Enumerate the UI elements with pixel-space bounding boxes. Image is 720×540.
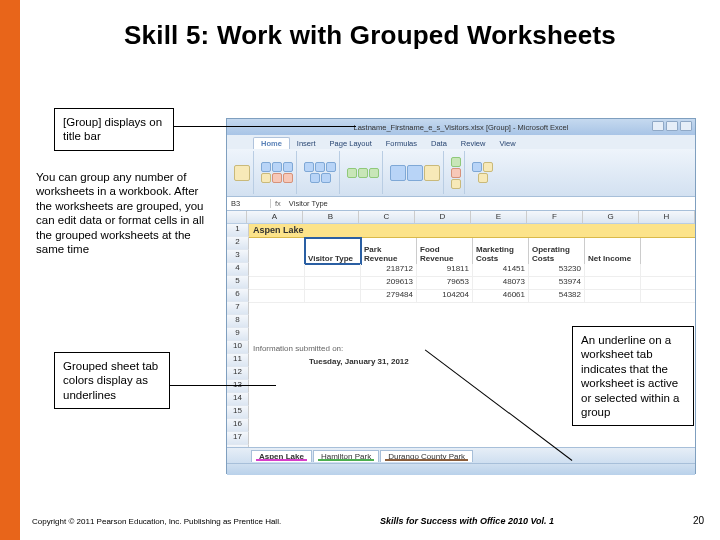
tab-underline-icon: [385, 459, 468, 461]
cell-e7[interactable]: 46061: [473, 290, 529, 302]
cell-b6[interactable]: [305, 277, 361, 289]
cell-f7[interactable]: 54382: [529, 290, 585, 302]
autosum-icon[interactable]: [472, 162, 482, 172]
formula-value[interactable]: Visitor Type: [285, 199, 328, 208]
row-6[interactable]: 6: [227, 289, 249, 302]
row-5[interactable]: 5: [227, 276, 249, 289]
row-3[interactable]: 3: [227, 250, 249, 263]
sheet-tab-hamilton-park[interactable]: Hamilton Park: [313, 450, 379, 462]
wrap-icon[interactable]: [321, 173, 331, 183]
cell-e5[interactable]: 41451: [473, 264, 529, 276]
select-all-corner[interactable]: [227, 211, 247, 223]
cell-c5[interactable]: 218712: [361, 264, 417, 276]
cell-styles-icon[interactable]: [424, 165, 440, 181]
hcell-park-revenue: Park Revenue: [361, 238, 417, 264]
sheet-tab-aspen-lake[interactable]: Aspen Lake: [251, 450, 312, 462]
page-number: 20: [693, 515, 704, 526]
italic-icon[interactable]: [272, 162, 282, 172]
col-d[interactable]: D: [415, 211, 471, 223]
format-cells-icon[interactable]: [451, 179, 461, 189]
ribbon-cells: [448, 151, 465, 194]
name-box[interactable]: B3: [227, 199, 271, 208]
fill-color-icon[interactable]: [272, 173, 282, 183]
col-h[interactable]: H: [639, 211, 695, 223]
row-9[interactable]: 9: [227, 328, 249, 341]
tab-home[interactable]: Home: [253, 137, 290, 149]
col-c[interactable]: C: [359, 211, 415, 223]
align-right-icon[interactable]: [326, 162, 336, 172]
align-center-icon[interactable]: [315, 162, 325, 172]
find-icon[interactable]: [478, 173, 488, 183]
col-b[interactable]: B: [303, 211, 359, 223]
col-g[interactable]: G: [583, 211, 639, 223]
cell-d5[interactable]: 91811: [417, 264, 473, 276]
align-left-icon[interactable]: [304, 162, 314, 172]
row-2[interactable]: 2: [227, 237, 249, 250]
hcell-visitor-type[interactable]: Visitor Type: [305, 238, 361, 264]
format-table-icon[interactable]: [407, 165, 423, 181]
titlebar-text: Lastname_Firstname_e_s_Visitors.xlsx [Gr…: [354, 123, 569, 132]
merge-icon[interactable]: [310, 173, 320, 183]
col-f[interactable]: F: [527, 211, 583, 223]
minimize-button[interactable]: [652, 121, 664, 131]
paste-icon[interactable]: [234, 165, 250, 181]
book-title: Skills for Success with Office 2010 Vol.…: [380, 516, 554, 526]
cell-f5[interactable]: 53230: [529, 264, 585, 276]
sort-filter-icon[interactable]: [483, 162, 493, 172]
col-a[interactable]: A: [247, 211, 303, 223]
callout-group-titlebar: [Group] displays on title bar: [54, 108, 174, 151]
ribbon-tabs: Home Insert Page Layout Formulas Data Re…: [227, 135, 695, 149]
cell-d7[interactable]: 104204: [417, 290, 473, 302]
underline-icon[interactable]: [283, 162, 293, 172]
cell-g5[interactable]: [585, 264, 641, 276]
maximize-button[interactable]: [666, 121, 678, 131]
row-10[interactable]: 10: [227, 341, 249, 354]
row-7[interactable]: 7: [227, 302, 249, 315]
cell-f6[interactable]: 53974: [529, 277, 585, 289]
row-13[interactable]: 13: [227, 380, 249, 393]
formula-bar: B3 fx Visitor Type: [227, 197, 695, 211]
comma-icon[interactable]: [369, 168, 379, 178]
cell-a6[interactable]: [249, 277, 305, 289]
cell-a5[interactable]: [249, 264, 305, 276]
sheet-tab-durango[interactable]: Durango County Park: [380, 450, 473, 462]
tab-view[interactable]: View: [492, 138, 522, 149]
row-17[interactable]: 17: [227, 432, 249, 445]
font-color-icon[interactable]: [283, 173, 293, 183]
row-8[interactable]: 8: [227, 315, 249, 328]
bold-icon[interactable]: [261, 162, 271, 172]
insert-cells-icon[interactable]: [451, 157, 461, 167]
close-button[interactable]: [680, 121, 692, 131]
border-icon[interactable]: [261, 173, 271, 183]
tab-page-layout[interactable]: Page Layout: [323, 138, 379, 149]
tab-review[interactable]: Review: [454, 138, 493, 149]
delete-cells-icon[interactable]: [451, 168, 461, 178]
currency-icon[interactable]: [347, 168, 357, 178]
row-1[interactable]: 1: [227, 224, 249, 237]
cell-c7[interactable]: 279484: [361, 290, 417, 302]
tab-data[interactable]: Data: [424, 138, 454, 149]
row-15[interactable]: 15: [227, 406, 249, 419]
cell-a7[interactable]: [249, 290, 305, 302]
tab-insert[interactable]: Insert: [290, 138, 323, 149]
row-16[interactable]: 16: [227, 419, 249, 432]
cell-b5[interactable]: [305, 264, 361, 276]
cell-g7[interactable]: [585, 290, 641, 302]
cell-g6[interactable]: [585, 277, 641, 289]
row-4[interactable]: 4: [227, 263, 249, 276]
col-e[interactable]: E: [471, 211, 527, 223]
row-11[interactable]: 11: [227, 354, 249, 367]
cell-b7[interactable]: [305, 290, 361, 302]
fx-label[interactable]: fx: [271, 199, 285, 208]
hcell-food-revenue: Food Revenue: [417, 238, 473, 264]
row-12[interactable]: 12: [227, 367, 249, 380]
cell-e6[interactable]: 48073: [473, 277, 529, 289]
callout-grouping-description: You can group any number of worksheets i…: [28, 170, 218, 256]
tab-formulas[interactable]: Formulas: [379, 138, 424, 149]
cell-d6[interactable]: 79653: [417, 277, 473, 289]
window-controls: [652, 121, 692, 131]
row-14[interactable]: 14: [227, 393, 249, 406]
conditional-formatting-icon[interactable]: [390, 165, 406, 181]
percent-icon[interactable]: [358, 168, 368, 178]
cell-c6[interactable]: 209613: [361, 277, 417, 289]
